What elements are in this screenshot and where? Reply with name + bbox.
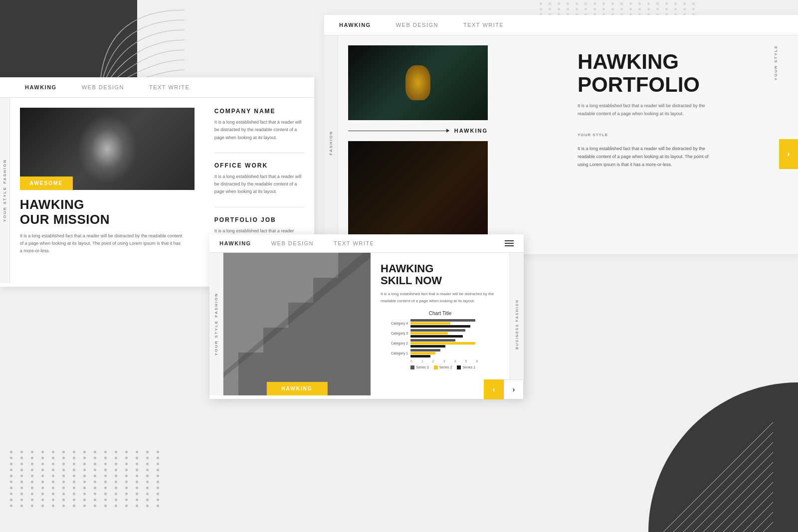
cat1-series2-bar <box>410 352 435 355</box>
slide1-nav-textwrite[interactable]: TEXT WRITE <box>149 84 190 90</box>
svg-line-11 <box>763 522 773 532</box>
slide4-nav: HAWKING WEB DESIGN TEXT WRITE <box>209 234 524 253</box>
cat1-series3-bar <box>410 349 440 352</box>
axis-0: 0 <box>410 359 412 363</box>
chart-row-1: Category 1 <box>381 349 500 357</box>
legend-series2: Series 2 <box>434 365 452 369</box>
cat3-series3-bar <box>410 329 465 332</box>
chart-container: Chart Title Category 4 <box>381 311 500 369</box>
prev-arrow-button[interactable]: ‹ <box>484 379 504 399</box>
chart-axis: 0 1 2 3 4 5 6 <box>381 359 500 363</box>
portfolio-title: PORTFOLIO JOB <box>214 216 304 223</box>
slide4-title: HAWKING SKILL NOW <box>381 263 500 287</box>
slide3-nav-brand[interactable]: HAWKING <box>339 22 371 28</box>
bg-lines-decoration <box>663 422 773 532</box>
bg-arc-decoration <box>85 0 195 90</box>
chart-title: Chart Title <box>381 311 500 316</box>
slide4-sidebar-yourstyle: YOUR STYLE <box>214 320 218 355</box>
slide1-nav-webdesign[interactable]: WEB DESIGN <box>82 84 124 90</box>
company-text: It is a long established fact that a rea… <box>214 119 304 142</box>
slide4-nav-brand[interactable]: HAWKING <box>219 240 251 246</box>
office-text: It is a long established fact that a rea… <box>214 173 304 196</box>
svg-line-7 <box>723 482 773 532</box>
slide4-nav-textwrite[interactable]: TEXT WRITE <box>334 240 374 246</box>
slide3-right-panel: HAWKING PORTFOLIO It is a long establish… <box>498 35 798 251</box>
portfolio-section: PORTFOLIO JOB It is a long established f… <box>214 216 304 235</box>
svg-line-8 <box>733 492 773 532</box>
hawking-label: HAWKING <box>454 128 488 134</box>
cat4-label: Category 4 <box>381 322 408 325</box>
divider1 <box>214 153 304 153</box>
company-title: COMPANY NAME <box>214 108 304 115</box>
menu-bar-1 <box>505 240 514 241</box>
slide1-title: HAWKING OUR MISSION <box>20 197 195 227</box>
svg-line-4 <box>693 452 773 532</box>
slide1-sidebar-yourstyle: YOUR STYLE <box>2 186 7 222</box>
slide4-sidebar-fashion: FASHION <box>214 293 218 318</box>
legend-dot-series3 <box>410 365 414 369</box>
menu-bar-2 <box>505 243 514 244</box>
svg-line-9 <box>743 502 773 532</box>
cat3-series1-bar <box>410 335 463 338</box>
slide3-nav: HAWKING WEB DESIGN TEXT WRITE <box>324 15 798 35</box>
slide3-sidebar-fashion: FASHION <box>329 131 333 156</box>
office-title: OFFICE WORK <box>214 162 304 169</box>
slide1-hero-image: AWESOME <box>20 108 195 190</box>
slide3-yourstyle: YOUR STYLE <box>578 133 758 137</box>
svg-line-3 <box>683 442 773 532</box>
legend-dot-series1 <box>457 365 461 369</box>
svg-line-5 <box>703 462 773 532</box>
portfolio-main-title: HAWKING PORTFOLIO <box>578 50 758 96</box>
axis-1: 1 <box>421 359 423 363</box>
cat1-label: Category 1 <box>381 352 408 355</box>
company-section: COMPANY NAME It is a long established fa… <box>214 108 304 142</box>
next-arrow-button[interactable]: › <box>504 379 524 399</box>
slide3-arrow-row: HAWKING <box>348 125 488 136</box>
cat2-series2-bar <box>410 342 475 345</box>
legend-series1: Series 1 <box>457 365 475 369</box>
slide3-nav-right[interactable]: › <box>779 139 798 169</box>
menu-icon[interactable] <box>505 240 514 246</box>
slide3-sidebar: FASHION <box>324 35 338 251</box>
dots-pattern-bottom <box>10 451 164 507</box>
chevron-right-icon: › <box>787 150 790 159</box>
axis-3: 3 <box>443 359 445 363</box>
svg-line-1 <box>663 422 773 532</box>
cat2-series1-bar <box>410 345 445 348</box>
slide1-nav-brand[interactable]: HAWKING <box>25 84 57 90</box>
cat2-series3-bar <box>410 339 455 342</box>
cat4-series3-bar <box>410 319 475 322</box>
axis-6: 6 <box>476 359 478 363</box>
slide3-bottom-image <box>348 141 488 241</box>
slide4-stairs-image: HAWKING <box>223 253 371 395</box>
cat3-series2-bar <box>410 332 448 335</box>
cat3-label: Category 3 <box>381 332 408 335</box>
chart-row-3: Category 3 <box>381 329 500 338</box>
slide4-sidebar: FASHION YOUR STYLE <box>209 253 223 395</box>
slide4-nav-webdesign[interactable]: WEB DESIGN <box>271 240 314 246</box>
arrow-line <box>348 131 449 131</box>
chart-row-4: Category 4 <box>381 319 500 328</box>
awesome-badge: AWESOME <box>20 177 73 190</box>
slide-portfolio: HAWKING WEB DESIGN TEXT WRITE FASHION HA… <box>324 15 798 254</box>
office-section: OFFICE WORK It is a long established fac… <box>214 162 304 196</box>
menu-bar-3 <box>505 245 514 246</box>
slide4-right-panel: HAWKING SKILL NOW It is a long establish… <box>371 253 510 395</box>
slide1-sidebar-fashion: FASHION <box>2 159 7 184</box>
slide3-nav-webdesign[interactable]: WEB DESIGN <box>396 22 438 28</box>
slide-skill: HAWKING WEB DESIGN TEXT WRITE FASHION YO… <box>209 234 524 399</box>
axis-5: 5 <box>465 359 467 363</box>
slide3-text-content: HAWKING PORTFOLIO It is a long establish… <box>568 35 798 179</box>
slide4-badge: HAWKING <box>266 382 327 395</box>
cat4-series2-bar <box>410 322 450 325</box>
portfolio-text: It is a long established fact that a rea… <box>214 227 304 235</box>
slide4-nav-arrows: ‹ › <box>484 379 524 399</box>
portfolio-main-desc: It is a long established fact that a rea… <box>578 102 707 118</box>
cat1-series1-bar <box>410 355 430 357</box>
chart-row-2: Category 2 <box>381 339 500 348</box>
chart-bars: Category 4 Category 3 <box>381 319 500 357</box>
slide1-sidebar: FASHION YOUR STYLE <box>0 98 10 283</box>
divider2 <box>214 207 304 207</box>
slide3-nav-textwrite[interactable]: TEXT WRITE <box>463 22 504 28</box>
chart-legend: Series 3 Series 2 Series 1 <box>381 365 500 369</box>
